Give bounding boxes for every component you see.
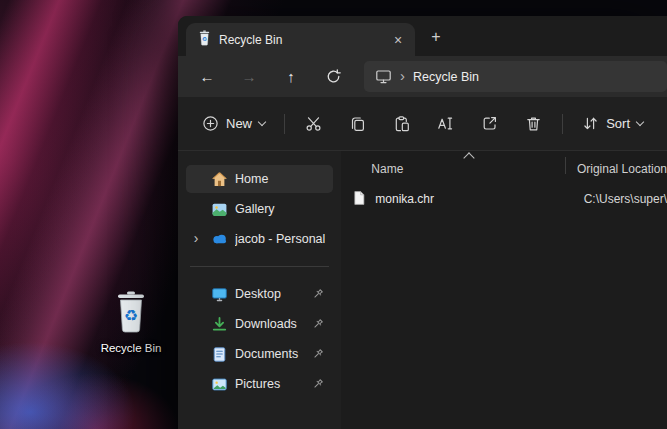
gallery-icon xyxy=(211,201,228,218)
onedrive-icon xyxy=(211,231,228,248)
column-headers: Name Original Location xyxy=(341,151,667,181)
sidebar-item-label: Downloads xyxy=(235,317,304,331)
toolbar-divider xyxy=(562,114,563,134)
navigation-bar: ← → ↑ › Recycle Bin xyxy=(178,56,667,97)
column-header-name[interactable]: Name xyxy=(341,162,565,176)
sidebar-item-label: Desktop xyxy=(235,287,304,301)
new-button[interactable]: New xyxy=(190,107,277,141)
cut-button[interactable] xyxy=(294,107,334,141)
this-pc-icon xyxy=(375,68,392,85)
window-content: Home Gallery › xyxy=(178,151,667,429)
sidebar-divider xyxy=(190,266,329,267)
pin-icon xyxy=(311,347,325,361)
cut-icon xyxy=(305,115,322,132)
sidebar-item-documents[interactable]: Documents xyxy=(186,340,333,368)
rename-icon xyxy=(437,115,454,132)
rename-button[interactable] xyxy=(426,107,466,141)
recycle-bin-icon: ♻ xyxy=(113,290,149,338)
delete-button[interactable] xyxy=(513,107,553,141)
forward-button[interactable]: → xyxy=(232,61,266,93)
pin-icon xyxy=(311,317,325,331)
sort-button[interactable]: Sort xyxy=(570,107,655,141)
tab-recycle-bin-icon: ♻ xyxy=(198,30,211,50)
breadcrumb-chevron-icon: › xyxy=(400,68,405,85)
breadcrumb-location[interactable]: Recycle Bin xyxy=(413,70,479,84)
desktop-folder-icon xyxy=(211,286,228,303)
toolbar-divider xyxy=(284,114,285,134)
tab-strip: ♻ Recycle Bin × + xyxy=(178,16,667,56)
refresh-button[interactable] xyxy=(316,61,350,93)
chevron-right-icon[interactable]: › xyxy=(188,231,204,247)
sidebar-item-gallery[interactable]: Gallery xyxy=(186,195,333,223)
sidebar-item-home[interactable]: Home xyxy=(186,165,333,193)
file-name-cell: monika.chr xyxy=(341,190,571,209)
pin-icon xyxy=(311,287,325,301)
chevron-slot xyxy=(188,383,204,385)
desktop-recycle-bin-label: Recycle Bin xyxy=(101,342,162,354)
sidebar-item-label: jacob - Personal xyxy=(235,232,325,246)
desktop-recycle-bin-shortcut[interactable]: ♻ Recycle Bin xyxy=(97,290,165,354)
file-name: monika.chr xyxy=(375,192,434,206)
file-explorer-window: ♻ Recycle Bin × + ← → ↑ xyxy=(178,16,667,429)
new-tab-button[interactable]: + xyxy=(423,24,449,50)
tab-title: Recycle Bin xyxy=(219,33,381,47)
address-bar[interactable]: › Recycle Bin xyxy=(364,61,667,92)
file-list-pane: Name Original Location monika.chr xyxy=(341,151,667,429)
downloads-icon xyxy=(211,316,228,333)
chevron-down-icon xyxy=(636,117,644,125)
pin-icon xyxy=(311,377,325,391)
chevron-slot xyxy=(188,178,204,180)
new-button-label: New xyxy=(226,116,252,131)
sidebar-item-label: Pictures xyxy=(235,377,304,391)
chevron-slot xyxy=(188,208,204,210)
command-bar: New xyxy=(178,97,667,151)
tab-close-icon[interactable]: × xyxy=(389,31,407,49)
sidebar-item-label: Home xyxy=(235,172,325,186)
column-header-original-location[interactable]: Original Location xyxy=(566,162,667,176)
home-icon xyxy=(211,171,228,188)
chevron-slot xyxy=(188,353,204,355)
refresh-icon xyxy=(325,68,342,85)
sidebar-item-label: Documents xyxy=(235,347,304,361)
up-button[interactable]: ↑ xyxy=(274,61,308,93)
documents-icon xyxy=(211,346,228,363)
sidebar-item-downloads[interactable]: Downloads xyxy=(186,310,333,338)
file-icon xyxy=(351,190,367,209)
pictures-icon xyxy=(211,376,228,393)
copy-button[interactable] xyxy=(338,107,378,141)
sort-button-label: Sort xyxy=(606,116,630,131)
file-original-location: C:\Users\super\ xyxy=(572,192,667,206)
delete-icon xyxy=(525,115,542,132)
svg-text:♻: ♻ xyxy=(202,36,207,42)
chevron-down-icon xyxy=(258,117,266,125)
sort-icon xyxy=(582,115,599,132)
share-button[interactable] xyxy=(469,107,509,141)
desktop: ♻ Recycle Bin ♻ Recycle Bin × + xyxy=(0,0,667,429)
sidebar-item-pictures[interactable]: Pictures xyxy=(186,370,333,398)
navigation-pane: Home Gallery › xyxy=(178,151,341,429)
sidebar-item-desktop[interactable]: Desktop xyxy=(186,280,333,308)
sidebar-item-label: Gallery xyxy=(235,202,325,216)
paste-button[interactable] xyxy=(382,107,422,141)
tab-recycle-bin[interactable]: ♻ Recycle Bin × xyxy=(186,23,415,56)
paste-icon xyxy=(393,115,410,132)
svg-text:♻: ♻ xyxy=(124,306,138,325)
back-button[interactable]: ← xyxy=(190,61,224,93)
chevron-slot xyxy=(188,293,204,295)
copy-icon xyxy=(349,115,366,132)
chevron-slot xyxy=(188,323,204,325)
new-item-icon xyxy=(202,115,219,132)
file-row[interactable]: monika.chr C:\Users\super\ xyxy=(341,186,667,212)
sidebar-item-onedrive-jacob[interactable]: › jacob - Personal xyxy=(186,225,333,253)
share-icon xyxy=(481,115,498,132)
